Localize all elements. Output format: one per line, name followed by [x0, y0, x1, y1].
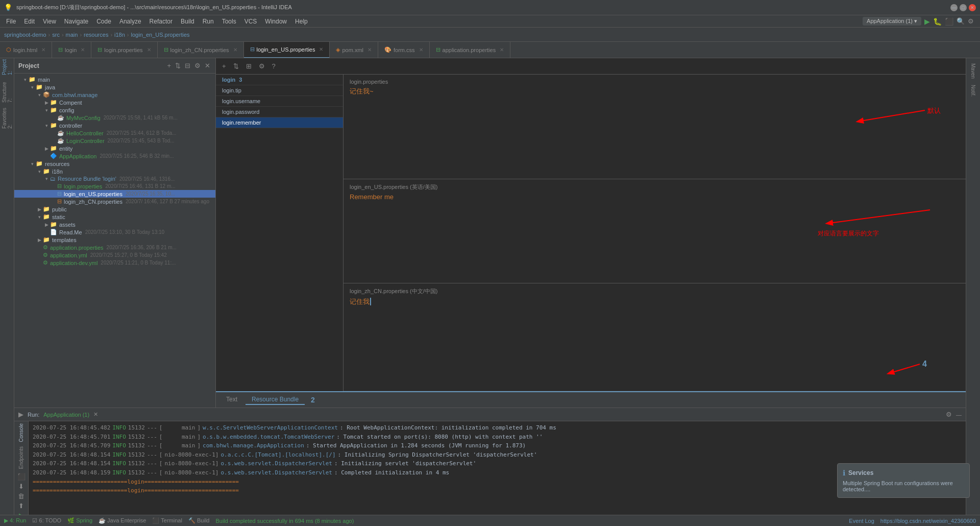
- scroll-end-button[interactable]: ⬇: [18, 483, 24, 490]
- tree-node-static[interactable]: ▾ 📁 static: [14, 213, 215, 221]
- breadcrumb-file[interactable]: login_en_US.properties: [131, 32, 190, 38]
- menu-analyze[interactable]: Analyze: [115, 17, 145, 26]
- stop-button[interactable]: ⬛: [945, 17, 953, 26]
- key-item-tip[interactable]: login.tip: [216, 85, 343, 96]
- structure-icon[interactable]: 7: Structure: [1, 86, 14, 99]
- tab-login[interactable]: ⊟ login ✕: [52, 42, 91, 58]
- tree-node-hello[interactable]: ☕ HelloController 2020/7/25 15:44, 612 B…: [14, 129, 215, 137]
- tree-node-i18n[interactable]: ▾ 📁 i18n: [14, 168, 215, 175]
- menu-build[interactable]: Build: [177, 17, 199, 26]
- sort-keys-button[interactable]: ⇅: [231, 61, 241, 71]
- settings-icon[interactable]: ⚙: [193, 61, 202, 70]
- endpoints-tab[interactable]: Endpoints: [18, 446, 24, 469]
- clear-console-button[interactable]: 🗑: [18, 492, 24, 500]
- app-application-link[interactable]: AppApplication (1): [43, 412, 89, 418]
- tab-resource-bundle[interactable]: Resource Bundle: [246, 395, 305, 405]
- status-url[interactable]: https://blog.csdn.net/weixin_42360600: [880, 518, 976, 524]
- tree-node-entity[interactable]: ▶ 📁 entity: [14, 145, 215, 152]
- tree-node-resources[interactable]: ▾ 📁 resources: [14, 160, 215, 168]
- tree-node-compent[interactable]: ▶ 📁 Compent: [14, 99, 215, 106]
- tree-node-templates[interactable]: ▶ 📁 templates: [14, 236, 215, 244]
- menu-edit[interactable]: Edit: [20, 17, 39, 26]
- java-enterprise-button[interactable]: ☕ Java Enterprise: [99, 517, 146, 524]
- run-close-icon[interactable]: ✕: [93, 411, 98, 418]
- tree-node-login-prop[interactable]: ⊟ login.properties 2020/7/25 16:46, 131 …: [14, 182, 215, 190]
- expand-button[interactable]: ⊞: [244, 61, 254, 71]
- search-everywhere-button[interactable]: 🔍: [957, 17, 965, 25]
- project-icon[interactable]: 1: Project: [1, 60, 14, 74]
- maximize-button[interactable]: □: [960, 4, 967, 11]
- add-button[interactable]: +: [166, 61, 172, 70]
- tab-text[interactable]: Text: [220, 395, 243, 405]
- collapse-button[interactable]: ⊟: [184, 61, 191, 70]
- tab-form-css[interactable]: 🎨 form.css ✕: [378, 42, 430, 58]
- menu-refactor[interactable]: Refactor: [145, 17, 177, 26]
- menu-view[interactable]: View: [39, 17, 60, 26]
- menu-code[interactable]: Code: [92, 17, 115, 26]
- menu-help[interactable]: Help: [291, 17, 312, 26]
- terminal-button[interactable]: ⬛ Terminal: [152, 517, 182, 524]
- todo-button[interactable]: ☑ 6: TODO: [32, 517, 61, 524]
- settings-key-button[interactable]: ⚙: [257, 61, 267, 71]
- minimize-button[interactable]: —: [950, 4, 958, 11]
- run-minimize-icon[interactable]: —: [956, 412, 962, 418]
- scroll-up-button[interactable]: ⬆: [18, 502, 24, 510]
- run-status-icon[interactable]: ▶ 4: Run: [4, 517, 26, 524]
- tree-node-login-zh[interactable]: ⊟ login_zh_CN.properties 2020/7/ 16:46, …: [14, 198, 215, 205]
- tab-application-properties[interactable]: ⊟ application.properties ✕: [430, 42, 511, 58]
- breadcrumb-src[interactable]: src: [52, 32, 60, 38]
- key-item-username[interactable]: login.username: [216, 96, 343, 107]
- spring-button[interactable]: 🌿 Spring: [67, 517, 92, 524]
- key-item-remember[interactable]: login.remember: [216, 117, 343, 128]
- tree-node-package[interactable]: ▾ 📦 com.bhwl.manage: [14, 91, 215, 99]
- run-config-selector[interactable]: AppApplication (1) ▾: [863, 17, 921, 26]
- build-button[interactable]: 🔨 Build: [188, 517, 210, 524]
- tab-login-html[interactable]: ⬡ login.html ✕: [0, 42, 52, 58]
- tree-node-app-dev-yml[interactable]: ⚙ application-dev.yml 2020/7/25 11:21, 0…: [14, 259, 215, 267]
- breadcrumb-i18n[interactable]: i18n: [114, 32, 125, 38]
- settings-button[interactable]: ⚙: [968, 17, 974, 25]
- key-item-password[interactable]: login.password: [216, 107, 343, 117]
- tree-node-public[interactable]: ▶ 📁 public: [14, 205, 215, 213]
- close-button[interactable]: ✕: [969, 4, 976, 11]
- tree-node-app-prop[interactable]: ⚙ application.properties 2020/7/25 16:36…: [14, 244, 215, 251]
- tab-pom[interactable]: ◈ pom.xml ✕: [330, 42, 378, 58]
- event-log-link[interactable]: Event Log: [849, 518, 874, 524]
- help-button[interactable]: ?: [270, 61, 278, 71]
- tab-login-zh[interactable]: ⊟ login_zh_CN.properties ✕: [158, 42, 244, 58]
- key-item-login[interactable]: login 3: [216, 75, 343, 85]
- tree-node-assets[interactable]: ▶ 📁 assets: [14, 221, 215, 228]
- favorites-icon[interactable]: 2: Favorites: [1, 111, 14, 125]
- console-tab-console[interactable]: Console: [18, 423, 24, 442]
- tree-node-controller[interactable]: ▾ 📁 controller: [14, 122, 215, 129]
- stop-run-button[interactable]: ⬛: [17, 473, 26, 481]
- add-key-button[interactable]: +: [220, 61, 228, 71]
- tab-login-en[interactable]: ⊟ login_en_US.properties ✕: [244, 42, 330, 58]
- menu-file[interactable]: File: [2, 17, 20, 26]
- breadcrumb-resources[interactable]: resources: [84, 32, 108, 38]
- tree-node-login-ctrl[interactable]: ☕ LoginController 2020/7/25 15:45, 543 B…: [14, 137, 215, 145]
- menu-vcs[interactable]: VCS: [240, 17, 261, 26]
- menu-window[interactable]: Window: [261, 17, 291, 26]
- tree-node-java[interactable]: ▾ 📁 java: [14, 83, 215, 91]
- sort-button[interactable]: ⇅: [174, 61, 182, 70]
- tree-node-appapp[interactable]: 🔷 AppApplication 2020/7/25 16:25, 546 B …: [14, 152, 215, 160]
- tab-login-properties[interactable]: ⊟ login.properties ✕: [91, 42, 157, 58]
- tree-node-config[interactable]: ▾ 📁 config: [14, 106, 215, 114]
- tree-node-readme[interactable]: 📄 Read.Me 2020/7/25 13:10, 30 B Today 13…: [14, 228, 215, 236]
- tree-node-mymvc[interactable]: ☕ MyMvcConfig 2020/7/25 15:58, 1.41 kB 5…: [14, 114, 215, 122]
- close-sidebar-button[interactable]: ✕: [204, 61, 211, 70]
- tree-node-login-en[interactable]: ⊟ login_en_US.properties 2020/7/25 16:35…: [14, 190, 215, 198]
- breadcrumb-main[interactable]: main: [66, 32, 78, 38]
- debug-button[interactable]: 🐛: [933, 17, 942, 26]
- tree-node-main[interactable]: ▾ 📁 main: [14, 76, 215, 83]
- maven-icon[interactable]: Maven: [969, 60, 977, 82]
- tree-node-app-yml[interactable]: ⚙ application.yml 2020/7/25 15:27, 0 B T…: [14, 251, 215, 259]
- menu-run[interactable]: Run: [199, 17, 218, 26]
- run-settings-icon[interactable]: ⚙: [946, 411, 952, 418]
- breadcrumb-project[interactable]: springboot-demo: [4, 32, 46, 38]
- menu-tools[interactable]: Tools: [218, 17, 240, 26]
- run-button[interactable]: ▶: [924, 17, 930, 26]
- menu-navigate[interactable]: Navigate: [60, 17, 92, 26]
- tree-node-bundle[interactable]: ▾ 🗂 Resource Bundle 'login' 2020/7/25 16…: [14, 175, 215, 182]
